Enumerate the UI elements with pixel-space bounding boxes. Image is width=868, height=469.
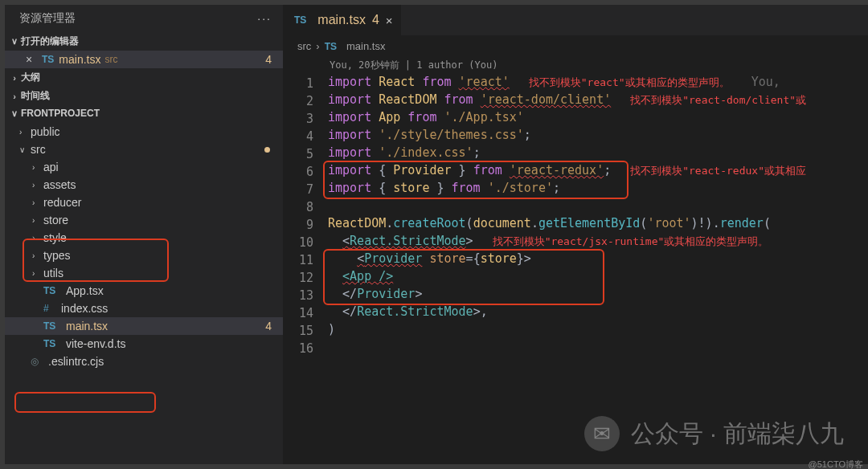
ts-icon: TS xyxy=(294,14,306,26)
chevron-down-icon: ∨ xyxy=(19,145,31,154)
outline-label: 大纲 xyxy=(21,71,40,84)
explorer-sidebar: 资源管理器 ··· ∨ 打开的编辑器 × TS main.tsx src 4 ›… xyxy=(0,0,283,469)
folder-types[interactable]: ›types xyxy=(5,247,283,264)
chevron-right-icon: › xyxy=(8,73,21,83)
folder-label: reducer xyxy=(43,196,81,209)
chevron-right-icon: › xyxy=(32,163,43,172)
chevron-right-icon: › xyxy=(32,181,43,190)
code-lens[interactable]: You, 20秒钟前 | 1 author (You) xyxy=(328,59,868,75)
outline-section[interactable]: › 大纲 xyxy=(5,68,283,87)
folder-label: assets xyxy=(43,178,76,191)
chevron-right-icon: › xyxy=(32,216,43,225)
file-index-css[interactable]: #index.css xyxy=(5,300,283,317)
ts-icon: TS xyxy=(42,54,54,65)
folder-reducer[interactable]: ›reducer xyxy=(5,194,283,211)
folder-style[interactable]: ›style xyxy=(5,229,283,247)
hash-icon: # xyxy=(43,303,61,314)
project-section[interactable]: ∨ FRONTPROJECT xyxy=(5,105,283,121)
file-label: main.tsx xyxy=(66,320,108,332)
folder-utils[interactable]: ›utils xyxy=(5,264,283,282)
tab-error-count: 4 xyxy=(372,13,379,27)
chevron-right-icon: › xyxy=(32,198,43,207)
code-content[interactable]: You, 20秒钟前 | 1 author (You) import React… xyxy=(328,57,868,464)
error-count: 4 xyxy=(265,53,272,66)
tab-main-tsx[interactable]: TS main.tsx 4 × xyxy=(283,5,402,35)
file-app-tsx[interactable]: TSApp.tsx xyxy=(5,282,283,300)
credit-text: @51CTO博客 xyxy=(809,459,863,469)
open-editors-section[interactable]: ∨ 打开的编辑器 xyxy=(5,32,283,51)
tab-bar: TS main.tsx 4 × xyxy=(283,5,868,35)
ts-icon: TS xyxy=(43,285,61,296)
chevron-right-icon: › xyxy=(316,40,319,52)
ts-icon: TS xyxy=(325,41,337,52)
open-editor-filename: main.tsx xyxy=(59,53,100,66)
project-label: FRONTPROJECT xyxy=(21,108,100,119)
modified-dot-icon xyxy=(264,147,270,153)
annotation-box xyxy=(14,392,156,413)
chevron-right-icon: › xyxy=(19,128,31,137)
chevron-right-icon: › xyxy=(32,234,43,243)
folder-assets[interactable]: ›assets xyxy=(5,176,283,194)
config-icon: ◎ xyxy=(31,356,48,367)
line-gutter: 12345678910111213141516 xyxy=(283,57,328,464)
breadcrumb-folder: src xyxy=(297,40,311,52)
more-icon[interactable]: ··· xyxy=(257,12,272,25)
chevron-down-icon: ∨ xyxy=(8,36,21,47)
tab-filename: main.tsx xyxy=(317,13,366,27)
error-count: 4 xyxy=(265,320,272,332)
breadcrumb[interactable]: src › TS main.tsx xyxy=(283,35,868,57)
chevron-down-icon: ∨ xyxy=(8,108,21,119)
folder-label: types xyxy=(43,249,70,262)
code-area[interactable]: 12345678910111213141516 You, 20秒钟前 | 1 a… xyxy=(283,57,868,464)
chevron-right-icon: › xyxy=(32,251,43,260)
folder-src[interactable]: ∨src xyxy=(5,141,283,158)
ts-icon: TS xyxy=(43,320,61,332)
folder-api[interactable]: ›api xyxy=(5,158,283,176)
folder-label: store xyxy=(43,214,68,226)
explorer-header: 资源管理器 ··· xyxy=(5,5,283,32)
file-label: index.css xyxy=(61,302,108,315)
editor-pane: TS main.tsx 4 × src › TS main.tsx 123456… xyxy=(283,0,868,469)
folder-store[interactable]: ›store xyxy=(5,211,283,229)
file-tree: ›public ∨src ›api ›assets ›reducer ›stor… xyxy=(5,121,283,370)
folder-label: utils xyxy=(43,267,63,279)
explorer-title: 资源管理器 xyxy=(19,11,76,26)
open-editor-path: src xyxy=(104,54,117,65)
breadcrumb-file: main.tsx xyxy=(346,40,385,52)
file-label: vite-env.d.ts xyxy=(66,337,125,350)
folder-label: api xyxy=(43,161,59,173)
close-icon[interactable]: × xyxy=(26,53,42,66)
timeline-label: 时间线 xyxy=(21,89,50,103)
chevron-right-icon: › xyxy=(32,269,43,278)
chevron-right-icon: › xyxy=(8,92,21,101)
file-eslintrc[interactable]: ◎.eslintrc.cjs xyxy=(5,353,283,370)
file-vite-env[interactable]: TSvite-env.d.ts xyxy=(5,335,283,353)
folder-public[interactable]: ›public xyxy=(5,123,283,141)
close-icon[interactable]: × xyxy=(386,14,393,27)
folder-label: src xyxy=(31,143,46,156)
file-label: App.tsx xyxy=(66,284,104,297)
folder-label: style xyxy=(43,231,67,244)
folder-label: public xyxy=(31,125,60,138)
ts-icon: TS xyxy=(43,338,61,349)
open-editors-label: 打开的编辑器 xyxy=(21,35,79,48)
open-editor-item[interactable]: × TS main.tsx src 4 xyxy=(5,51,283,68)
file-main-tsx[interactable]: TSmain.tsx4 xyxy=(5,317,283,335)
timeline-section[interactable]: › 时间线 xyxy=(5,87,283,105)
file-label: .eslintrc.cjs xyxy=(48,355,104,368)
